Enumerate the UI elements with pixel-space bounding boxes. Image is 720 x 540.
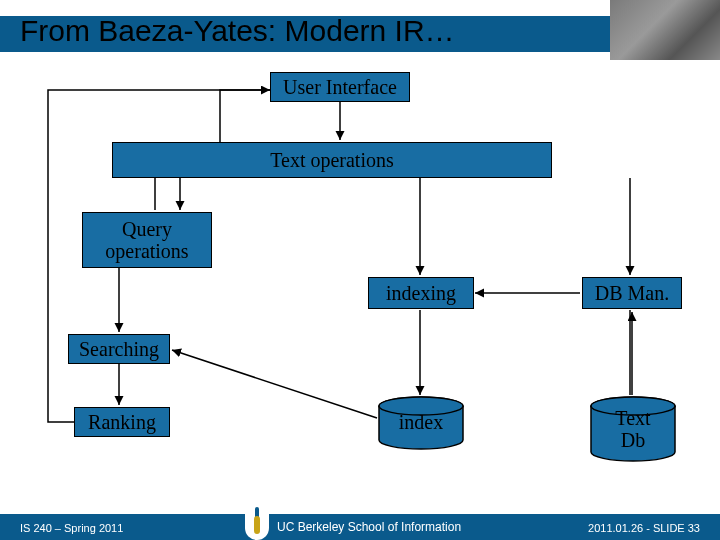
node-db-man: DB Man.	[582, 277, 682, 309]
footer-bar: IS 240 – Spring 2011 UC Berkeley School …	[0, 514, 720, 540]
footer-course: IS 240 – Spring 2011	[20, 522, 123, 534]
node-searching: Searching	[68, 334, 170, 364]
label: User Interface	[283, 76, 397, 98]
label: index	[399, 411, 443, 433]
footer-slide-number: 2011.01.26 - SLIDE 33	[588, 522, 700, 534]
footer-logo: UC Berkeley School of Information	[245, 510, 461, 540]
node-user-interface: User Interface	[270, 72, 410, 102]
label: indexing	[386, 282, 456, 304]
node-indexing: indexing	[368, 277, 474, 309]
label: Query operations	[105, 218, 188, 262]
node-text-db-cylinder: Text Db	[590, 396, 676, 454]
node-index-cylinder: index	[378, 396, 464, 442]
slide-title: From Baeza-Yates: Modern IR…	[20, 14, 455, 48]
ischool-icon	[245, 510, 269, 540]
label: Text operations	[270, 149, 394, 171]
label: Text Db	[615, 407, 650, 451]
label: Ranking	[88, 411, 156, 433]
diagram-canvas: User Interface Text operations Query ope…	[0, 0, 720, 540]
footer-logo-text: UC Berkeley School of Information	[277, 520, 461, 534]
node-query-operations: Query operations	[82, 212, 212, 268]
node-ranking: Ranking	[74, 407, 170, 437]
header-photo-decor	[610, 0, 720, 60]
node-text-operations: Text operations	[112, 142, 552, 178]
label: DB Man.	[595, 282, 669, 304]
label: Searching	[79, 338, 159, 360]
